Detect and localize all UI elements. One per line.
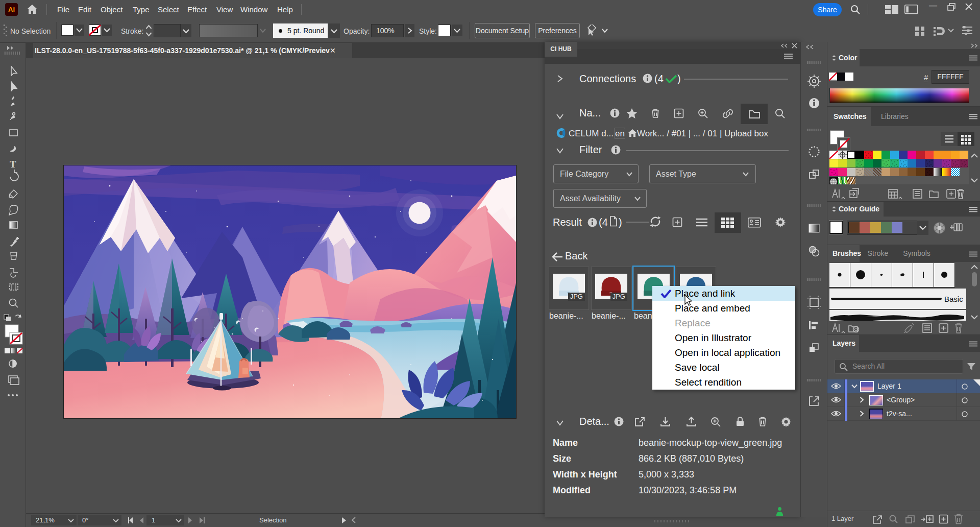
svg-text:T: T <box>10 159 16 170</box>
svg-text:Basic: Basic <box>944 295 963 303</box>
